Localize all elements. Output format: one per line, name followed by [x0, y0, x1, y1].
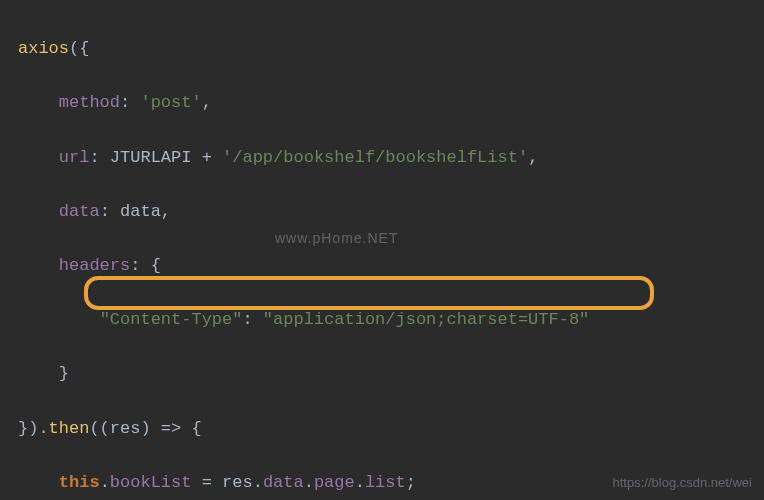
code-line: this.bookList = res.data.page.list;: [0, 469, 764, 496]
code-line: headers: {: [0, 252, 764, 279]
code-line: axios({: [0, 35, 764, 62]
code-line: method: 'post',: [0, 89, 764, 116]
code-editor[interactable]: axios({ method: 'post', url: JTURLAPI + …: [0, 0, 764, 500]
fn-call: axios: [18, 39, 69, 58]
code-line: "Content-Type": "application/json;charse…: [0, 306, 764, 333]
code-line: data: data,: [0, 198, 764, 225]
code-line: }: [0, 360, 764, 387]
code-line: }).then((res) => {: [0, 415, 764, 442]
code-line: url: JTURLAPI + '/app/bookshelf/bookshel…: [0, 144, 764, 171]
